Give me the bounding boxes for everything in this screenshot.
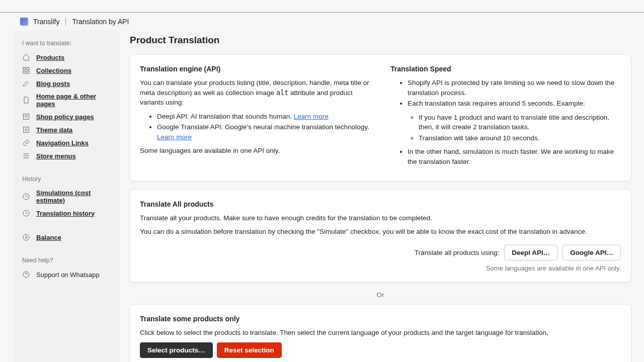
svg-point-6 — [25, 129, 27, 131]
engine-bullet-deepl: Deepl API: AI translation that sounds hu… — [157, 112, 370, 122]
svg-rect-4 — [24, 114, 29, 120]
sidebar-item-products[interactable]: Products — [13, 51, 120, 64]
history-icon — [22, 209, 30, 217]
app-header: Translify Translation by API — [0, 13, 644, 31]
svg-rect-0 — [23, 67, 26, 70]
sidebar-item-collections[interactable]: Collections — [13, 64, 120, 77]
tag-icon — [22, 53, 30, 61]
engine-desc: You can translate your products listing … — [140, 78, 370, 108]
help-icon — [22, 270, 30, 279]
sidebar-item-blog[interactable]: Blog posts — [13, 77, 120, 90]
sidebar-item-pages[interactable]: Home page & other pages — [13, 90, 120, 110]
speed-bullet-2: Each translation task requires around 5 … — [408, 99, 621, 143]
all-heading: Translate All products — [140, 200, 621, 208]
sidebar-heading-translate: I want to translate: — [13, 38, 120, 51]
sidebar-item-navlinks[interactable]: Navigation Links — [13, 136, 120, 149]
sidebar-item-balance[interactable]: Balance — [13, 231, 120, 244]
main-content: Product Translation Translation engine (… — [130, 31, 631, 362]
top-divider — [0, 0, 644, 13]
collections-icon — [22, 66, 30, 74]
app-logo-icon — [20, 18, 28, 26]
theme-icon — [22, 126, 30, 134]
svg-rect-1 — [27, 67, 29, 70]
sidebar-item-simulations[interactable]: Simulations (cost estimate) — [13, 187, 120, 207]
svg-rect-3 — [27, 71, 29, 73]
engine-speed-card: Translation engine (API) You can transla… — [130, 55, 631, 181]
link-icon — [22, 139, 30, 147]
speed-bullet-3: In the other hand, simulation is much fa… — [408, 147, 621, 166]
or-divider: Or — [130, 291, 631, 299]
all-p1: Translate all your products. Make sure t… — [140, 213, 621, 223]
some-p1: Click below to select the products to tr… — [140, 328, 621, 338]
sidebar-item-history[interactable]: Translation history — [13, 207, 120, 220]
app-subtitle: Translation by API — [72, 18, 129, 26]
sidebar-heading-help: Need help? — [13, 255, 120, 268]
learn-more-google-link[interactable]: Learn more — [157, 133, 192, 141]
sidebar-item-policy[interactable]: Shop policy pages — [13, 110, 120, 123]
svg-point-10 — [23, 272, 29, 278]
speed-heading: Translation Speed — [390, 65, 621, 73]
sidebar: I want to translate: Products Collection… — [13, 31, 120, 362]
sidebar-item-menus[interactable]: Store menus — [13, 149, 120, 162]
speed-sub-2: Translation will take around 10 seconds. — [419, 133, 621, 143]
app-name: Translify — [33, 18, 59, 26]
select-products-button[interactable]: Select products… — [140, 342, 213, 358]
engine-bullet-google: Google Translate API: Google's neural ma… — [157, 122, 370, 142]
all-deepl-button[interactable]: Deepl API… — [504, 245, 557, 260]
sidebar-item-theme[interactable]: Theme data — [13, 123, 120, 136]
svg-rect-2 — [23, 71, 26, 73]
speed-bullet-1: Shopify API is protected by rate limitin… — [408, 78, 621, 98]
policy-icon — [22, 113, 30, 121]
clock-icon — [22, 193, 30, 201]
speed-sub-1: If you have 1 product and want to transl… — [419, 113, 621, 132]
page-title: Product Translation — [130, 35, 631, 46]
all-p2: You can do a simulation before translati… — [140, 227, 621, 237]
all-google-button[interactable]: Google API… — [562, 245, 621, 260]
header-divider — [65, 18, 66, 26]
engine-note: Some languages are available in one API … — [140, 146, 370, 156]
sidebar-heading-history: History — [13, 173, 120, 187]
menu-icon — [22, 152, 30, 160]
balance-icon — [22, 233, 30, 241]
translate-all-card: Translate All products Translate all you… — [130, 190, 631, 282]
learn-more-deepl-link[interactable]: Learn more — [294, 113, 329, 120]
translate-some-card: Translate some products only Click below… — [130, 305, 631, 362]
svg-rect-5 — [24, 127, 29, 133]
all-lead: Translate all products using: — [415, 249, 499, 256]
all-note: Some languages are available in one API … — [140, 264, 621, 272]
page-icon — [22, 96, 30, 104]
reset-selection-button[interactable]: Reset selection — [217, 342, 282, 358]
edit-icon — [22, 79, 30, 87]
some-heading: Translate some products only — [140, 315, 621, 323]
sidebar-item-support[interactable]: Support on Whatsapp — [13, 268, 120, 281]
engine-heading: Translation engine (API) — [140, 65, 370, 73]
